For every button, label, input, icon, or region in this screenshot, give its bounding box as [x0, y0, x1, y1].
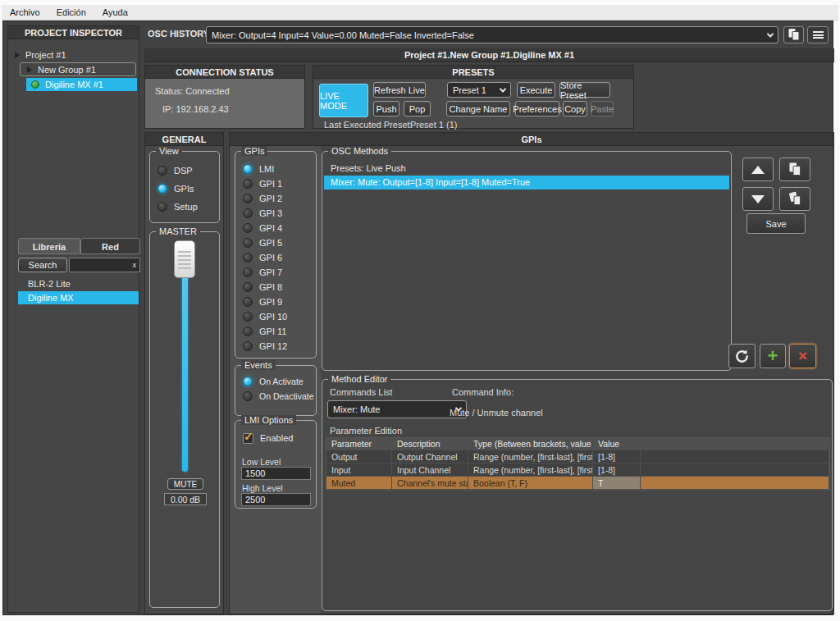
gpi-option-7[interactable]: GPI 7: [235, 265, 316, 280]
paste-button[interactable]: Paste: [591, 101, 614, 116]
gpi-option-12[interactable]: GPI 12: [235, 339, 316, 354]
tab-libreria[interactable]: Librería: [18, 238, 80, 254]
radio-label: GPI 4: [259, 223, 282, 233]
preset-select[interactable]: Preset 1: [447, 82, 511, 98]
menu-edicion[interactable]: Edición: [57, 7, 86, 17]
command-info-value: Mute / Unmute channel: [450, 408, 543, 418]
cell-value-selected[interactable]: T: [593, 477, 641, 490]
commands-list-select[interactable]: Mixer: Mute: [327, 400, 467, 418]
gpi-option-1[interactable]: GPI 1: [235, 176, 316, 191]
project-inspector-panel: PROJECT INSPECTOR Project #1 New Group #…: [7, 25, 139, 613]
gpis-groupbox: GPIs LMI GPI 1 GPI 2 GPI 3 GPI 4 GPI 5 G…: [235, 151, 317, 358]
change-name-button[interactable]: Change Name: [446, 101, 510, 116]
cell-parameter[interactable]: Input: [326, 463, 392, 477]
push-button[interactable]: Push: [373, 101, 399, 116]
cell-value[interactable]: [1-8]: [593, 463, 641, 477]
add-method-button[interactable]: +: [760, 344, 786, 368]
move-up-button[interactable]: [742, 158, 774, 181]
library-item-blr2[interactable]: BLR-2 Lite: [18, 277, 139, 290]
expand-arrow-icon[interactable]: [15, 52, 20, 58]
cell-parameter[interactable]: Output: [326, 450, 392, 463]
col-header-description: Description: [392, 438, 468, 450]
tree-item-project[interactable]: Project #1: [15, 48, 66, 62]
tree-item-group[interactable]: New Group #1: [20, 62, 136, 76]
menu-ayuda[interactable]: Ayuda: [103, 7, 128, 17]
radio-label: GPI 11: [259, 326, 286, 336]
gpi-option-lmi[interactable]: LMI: [235, 162, 316, 176]
delete-method-button[interactable]: ×: [789, 344, 816, 368]
col-header-type: Type (Between brackets, value options): [468, 438, 593, 450]
gpi-option-11[interactable]: GPI 11: [235, 324, 316, 339]
mute-button[interactable]: MUTE: [167, 478, 203, 490]
store-preset-button[interactable]: Store Preset: [559, 82, 610, 98]
cell-type[interactable]: Range (number, [first-last], [first-last…: [468, 463, 593, 477]
history-copy-button[interactable]: [783, 26, 804, 43]
gpi-option-6[interactable]: GPI 6: [235, 250, 316, 265]
menu-archivo[interactable]: Archivo: [10, 7, 40, 17]
gpi-option-10[interactable]: GPI 10: [235, 309, 316, 324]
connection-status-value: Status: Connected: [155, 86, 230, 96]
high-level-label: High Level: [242, 483, 283, 493]
view-option-gpis[interactable]: GPIs: [150, 181, 219, 196]
gpi-option-4[interactable]: GPI 4: [235, 221, 316, 235]
move-down-button[interactable]: [742, 187, 774, 211]
command-selected-value: Mixer: Mute: [333, 404, 456, 414]
command-info-label: Command Info:: [452, 387, 514, 397]
osc-method-item[interactable]: Presets: Live Push: [324, 162, 729, 175]
cell-description-selected[interactable]: Channel's mute status: [392, 477, 468, 490]
osc-method-item-selected[interactable]: Mixer: Mute: Output=[1-8] Input=[1-8] Mu…: [324, 176, 729, 189]
cell-type[interactable]: Range (number, [first-last], [first-last…: [468, 450, 593, 463]
execute-button[interactable]: Execute: [517, 82, 555, 98]
osc-history-combo[interactable]: Mixer: Output=4 Input=4 Value=0.00 Muted…: [206, 26, 778, 43]
radio-label: GPI 12: [259, 341, 287, 351]
lmi-enabled-checkbox[interactable]: ✓ Enabled: [235, 431, 316, 445]
search-input[interactable]: x: [69, 258, 140, 272]
master-fader-track[interactable]: [182, 260, 188, 472]
gpi-option-9[interactable]: GPI 9: [235, 295, 316, 309]
event-on-deactivate[interactable]: On Deactivate: [235, 389, 316, 404]
search-clear-icon[interactable]: x: [133, 261, 137, 269]
radio-label: On Deactivate: [259, 391, 314, 401]
refresh-live-button[interactable]: Refresh Live: [373, 82, 426, 98]
search-button[interactable]: Search: [18, 258, 67, 272]
radio-label: GPI 3: [259, 208, 282, 218]
master-groupbox: MASTER MUTE 0.00 dB: [149, 231, 220, 608]
gpi-option-2[interactable]: GPI 2: [235, 191, 316, 206]
copy-method-button[interactable]: [779, 158, 810, 181]
preferences-button[interactable]: Preferences: [515, 101, 559, 116]
live-mode-button[interactable]: LIVE MODE: [319, 84, 368, 117]
copy-button[interactable]: Copy: [563, 101, 587, 116]
tree-item-label: New Group #1: [38, 65, 96, 75]
pop-button[interactable]: Pop: [404, 101, 431, 116]
low-level-input[interactable]: [241, 467, 311, 480]
cell-parameter-selected[interactable]: Muted: [326, 477, 392, 490]
osc-methods-groupbox: OSC Methods Presets: Live Push Mixer: Mu…: [322, 151, 732, 371]
expand-arrow-icon[interactable]: [27, 66, 32, 73]
save-button[interactable]: Save: [746, 213, 806, 234]
cell-description[interactable]: Input Channel: [392, 463, 468, 477]
cell-type-selected[interactable]: Boolean (T, F): [468, 477, 593, 490]
high-level-input[interactable]: [241, 493, 311, 506]
tree-item-label: Digiline MX #1: [45, 80, 103, 89]
gpi-option-3[interactable]: GPI 3: [235, 206, 316, 221]
main-app-area: PROJECT INSPECTOR Project #1 New Group #…: [2, 21, 833, 615]
radio-icon: [243, 194, 253, 203]
refresh-methods-button[interactable]: [728, 344, 756, 368]
tab-red[interactable]: Red: [80, 238, 140, 254]
gpi-option-8[interactable]: GPI 8: [235, 280, 316, 295]
master-fader-handle[interactable]: [174, 240, 195, 278]
cell-description[interactable]: Output Channel: [392, 450, 468, 463]
view-option-setup[interactable]: Setup: [150, 199, 219, 214]
device-online-icon: [31, 80, 39, 89]
view-option-dsp[interactable]: DSP: [150, 163, 219, 178]
gpi-option-5[interactable]: GPI 5: [235, 235, 316, 250]
history-menu-button[interactable]: [807, 26, 829, 43]
arrow-up-icon: [751, 166, 765, 174]
radio-label: On Activate: [259, 377, 304, 386]
library-item-digiline-selected[interactable]: Digiline MX: [18, 291, 139, 304]
tree-item-device-selected[interactable]: Digiline MX #1: [26, 78, 137, 91]
paste-method-button[interactable]: [779, 187, 810, 211]
event-on-activate[interactable]: On Activate: [235, 374, 316, 389]
osc-history-value: Mixer: Output=4 Input=4 Value=0.00 Muted…: [212, 30, 768, 40]
cell-value[interactable]: [1-8]: [593, 450, 641, 463]
